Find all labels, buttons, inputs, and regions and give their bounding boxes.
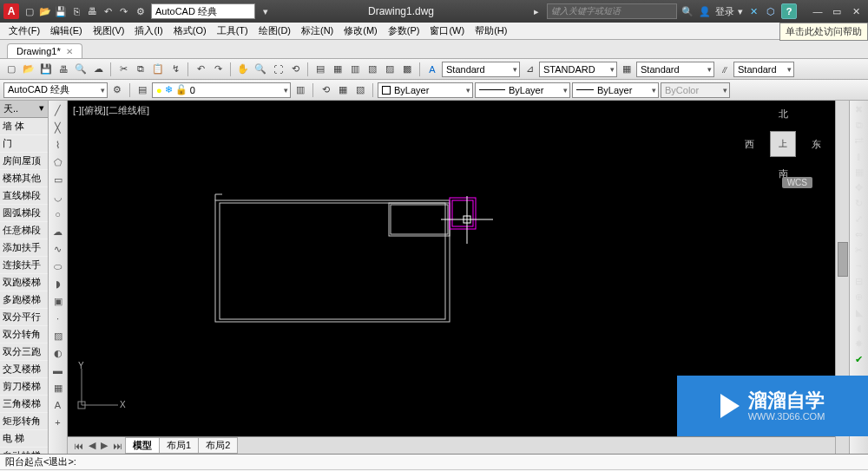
ellipsearc-icon[interactable]: ◗ [50, 276, 66, 291]
layer-tools-icon[interactable]: ▥ [293, 82, 308, 98]
move-icon[interactable]: ✥ [852, 180, 866, 194]
app-icon[interactable]: A [3, 3, 19, 19]
palette-item[interactable]: 直线梯段 [0, 187, 48, 205]
zoom-window-icon[interactable]: ⛶ [270, 62, 286, 77]
chamfer-icon[interactable]: ◣ [852, 305, 866, 319]
palette-title[interactable]: 天..▾ [0, 101, 48, 118]
join-icon[interactable]: ⊕ [852, 290, 866, 304]
paste-icon[interactable]: 📋 [150, 62, 166, 77]
point-icon[interactable]: · [50, 311, 66, 326]
palette-item[interactable]: 双分三跑 [0, 343, 48, 361]
addsel-icon[interactable]: + [50, 415, 66, 430]
ellipse-icon[interactable]: ⬭ [50, 258, 66, 274]
palette-item[interactable]: 房间屋顶 [0, 153, 48, 170]
menu-format[interactable]: 格式(O) [168, 24, 212, 37]
table-icon[interactable]: ▦ [50, 380, 66, 396]
open-icon[interactable]: 📂 [38, 4, 52, 18]
menu-draw[interactable]: 绘图(D) [253, 24, 296, 37]
copy2-icon[interactable]: ⧉ [852, 118, 866, 132]
palette-item[interactable]: 自动扶梯 [0, 448, 48, 454]
maximize-icon[interactable]: ▭ [828, 4, 845, 18]
save-icon[interactable]: 💾 [54, 4, 68, 18]
new-file-icon[interactable]: ▢ [3, 62, 19, 77]
tab-first-icon[interactable]: ⏮ [71, 441, 86, 451]
mirror-icon[interactable]: ⮂ [852, 134, 866, 147]
tablestyle-icon[interactable]: ▦ [619, 62, 635, 77]
menu-params[interactable]: 参数(P) [383, 24, 425, 37]
tab-prev-icon[interactable]: ◀ [86, 440, 98, 451]
tab-model[interactable]: 模型 [125, 437, 160, 454]
tab-last-icon[interactable]: ⏭ [110, 441, 125, 451]
exchange-icon[interactable]: ✕ [746, 4, 760, 18]
palette-item[interactable]: 添加扶手 [0, 239, 48, 257]
hatch-icon[interactable]: ▨ [50, 328, 66, 343]
zoom-prev-icon[interactable]: ⟲ [287, 62, 303, 77]
markup-icon[interactable]: ▨ [382, 62, 398, 77]
print-icon[interactable]: 🖶 [85, 4, 99, 18]
preview-icon[interactable]: 🔍 [73, 62, 89, 77]
menu-dimension[interactable]: 标注(N) [296, 24, 339, 37]
dcenter-icon[interactable]: ▦ [330, 62, 345, 77]
palette-item[interactable]: 楼梯其他 [0, 170, 48, 187]
color-dropdown[interactable]: ByLayer [378, 82, 473, 98]
toolpal-icon[interactable]: ▥ [347, 62, 363, 77]
workspace-selector[interactable]: AutoCAD 经典 [151, 3, 255, 19]
rect-icon[interactable]: ▭ [50, 172, 66, 187]
palette-item[interactable]: 交叉楼梯 [0, 361, 48, 378]
tab-layout2[interactable]: 布局2 [198, 437, 238, 454]
break-icon[interactable]: ⊟ [852, 274, 866, 288]
textstyle-icon[interactable]: A [424, 62, 440, 77]
spline-icon[interactable]: ∿ [50, 241, 66, 257]
palette-item[interactable]: 双分平行 [0, 309, 48, 326]
scale-icon[interactable]: ⤢ [852, 212, 866, 226]
help-icon[interactable]: ? [781, 3, 797, 19]
layer-iso-icon[interactable]: ▧ [352, 82, 368, 98]
workspace-dropdown[interactable]: AutoCAD 经典 [3, 82, 108, 98]
menu-edit[interactable]: 编辑(E) [45, 24, 88, 37]
menu-insert[interactable]: 插入(I) [129, 24, 168, 37]
arc-icon[interactable]: ◡ [50, 189, 66, 205]
erase-icon[interactable]: ✖ [852, 102, 866, 116]
palette-item[interactable]: 双分转角 [0, 326, 48, 343]
new-icon[interactable]: ▢ [23, 4, 36, 18]
plot-icon[interactable]: 🖶 [56, 62, 71, 77]
layer-mgr-icon[interactable]: ▤ [135, 82, 150, 98]
palette-item[interactable]: 电 梯 [0, 430, 48, 448]
palette-item[interactable]: 剪刀楼梯 [0, 378, 48, 396]
menu-tools[interactable]: 工具(T) [212, 24, 253, 37]
sheet-icon[interactable]: ▧ [365, 62, 380, 77]
menu-modify[interactable]: 修改(M) [339, 24, 383, 37]
redo2-icon[interactable]: ↷ [210, 62, 226, 77]
palette-item[interactable]: 连接扶手 [0, 257, 48, 274]
publish-icon[interactable]: ☁ [90, 62, 106, 77]
circle-icon[interactable]: ○ [50, 206, 66, 222]
calc-icon[interactable]: ▩ [399, 62, 415, 77]
undo-icon[interactable]: ↶ [101, 4, 115, 18]
save-file-icon[interactable]: 💾 [38, 62, 54, 77]
constraint-icon[interactable]: ✔ [852, 352, 866, 366]
fillet-icon[interactable]: ◖ [852, 321, 866, 335]
info-icon[interactable]: ▸ [529, 4, 543, 18]
ucs-icon[interactable]: X Y [75, 360, 127, 412]
xline-icon[interactable]: ╳ [50, 120, 66, 135]
layer-state-icon[interactable]: ▦ [335, 82, 351, 98]
menu-file[interactable]: 文件(F) [3, 24, 45, 37]
rotate-icon[interactable]: ↻ [852, 196, 866, 210]
autodesk360-icon[interactable]: ⬡ [764, 4, 778, 18]
mlstyle-icon[interactable]: ⫽ [716, 62, 732, 77]
copy-icon[interactable]: ⧉ [133, 62, 148, 77]
saveas-icon[interactable]: ⎘ [69, 4, 83, 18]
palette-item[interactable]: 双跑楼梯 [0, 274, 48, 291]
extend-icon[interactable]: → [852, 258, 866, 272]
linetype-dropdown[interactable]: ByLayer [475, 82, 570, 98]
open-file-icon[interactable]: 📂 [21, 62, 36, 77]
palette-item[interactable]: 任意梯段 [0, 222, 48, 239]
dimstyle-dropdown[interactable]: STANDARD [539, 62, 617, 77]
region-icon[interactable]: ▬ [50, 363, 66, 378]
search-go-icon[interactable]: 🔍 [681, 4, 694, 18]
revcloud-icon[interactable]: ☁ [50, 224, 66, 239]
block-icon[interactable]: ▣ [50, 293, 66, 309]
polygon-icon[interactable]: ⬠ [50, 154, 66, 170]
pan-icon[interactable]: ✋ [235, 62, 251, 77]
gradient-icon[interactable]: ◐ [50, 345, 66, 361]
